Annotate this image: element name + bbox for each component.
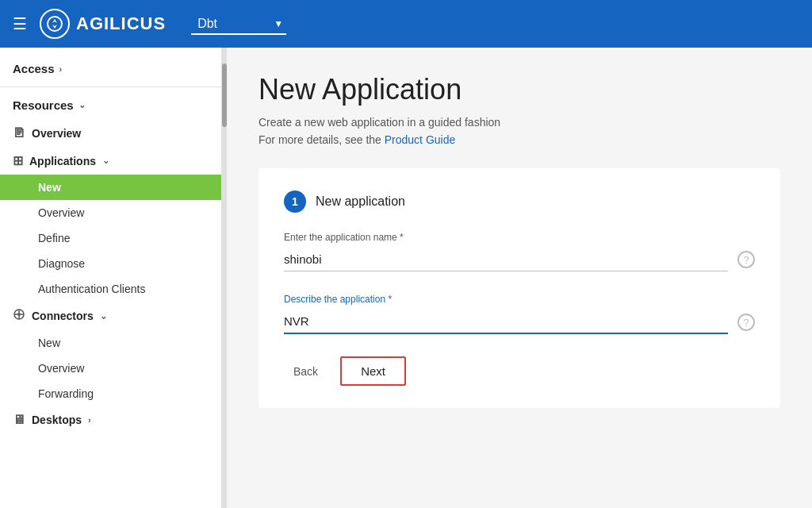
sidebar-item-overview[interactable]: 🖹 Overview (0, 120, 221, 147)
auth-clients-label: Authentication Clients (38, 283, 145, 295)
sidebar-item-new[interactable]: New (0, 175, 221, 200)
desktops-icon: 🖥 (13, 413, 25, 427)
app-desc-label: Describe the application * (284, 294, 728, 305)
logo-text: AGILICUS (76, 13, 166, 34)
step-header: 1 New application (284, 190, 755, 213)
desktops-label: Desktops (32, 414, 82, 426)
step-title: New application (316, 194, 405, 209)
app-name-input[interactable] (284, 248, 728, 271)
org-dropdown[interactable]: Dbt (191, 13, 286, 35)
sidebar-item-conn-forwarding[interactable]: Forwarding (0, 381, 221, 406)
resources-label: Resources (13, 98, 74, 112)
svg-point-0 (48, 17, 62, 31)
step-card: 1 New application Enter the application … (259, 168, 780, 408)
product-guide-link[interactable]: Product Guide (385, 133, 456, 146)
sidebar-item-connectors[interactable]: Connectors ⌄ (0, 302, 221, 330)
svg-point-2 (17, 313, 21, 316)
sidebar: Access › Resources ⌄ 🖹 Overview ⊞ Applic… (0, 48, 222, 508)
divider-1 (0, 87, 221, 87)
next-button[interactable]: Next (340, 356, 406, 386)
nav-diagnose-label: Diagnose (38, 257, 85, 270)
app-desc-help-icon[interactable]: ? (737, 314, 755, 331)
app-desc-input[interactable] (284, 310, 728, 334)
sidebar-resources-header[interactable]: Resources ⌄ (0, 90, 221, 120)
applications-icon: ⊞ (13, 153, 23, 168)
conn-new-label: New (38, 337, 60, 349)
nav-overview-label: Overview (38, 206, 84, 219)
sidebar-item-diagnose[interactable]: Diagnose (0, 251, 221, 276)
step-badge: 1 (284, 190, 306, 213)
access-chevron-icon: › (59, 64, 63, 74)
logo: AGILICUS (40, 9, 166, 39)
app-name-help-icon[interactable]: ? (737, 251, 755, 268)
scroll-thumb[interactable] (222, 64, 227, 127)
conn-overview-label: Overview (38, 362, 84, 375)
connectors-chevron-icon: ⌄ (100, 311, 107, 321)
sidebar-item-conn-overview[interactable]: Overview (0, 356, 221, 381)
sidebar-item-applications[interactable]: ⊞ Applications ⌄ (0, 147, 221, 175)
access-label: Access (13, 62, 55, 75)
sidebar-item-desktops[interactable]: 🖥 Desktops › (0, 406, 221, 433)
logo-icon (40, 9, 70, 39)
page-guide-line: For more details, see the Product Guide (259, 133, 780, 146)
scroll-indicator (222, 48, 227, 508)
sidebar-item-access[interactable]: Access › (0, 54, 221, 83)
sidebar-item-conn-new[interactable]: New (0, 330, 221, 356)
nav-new-label: New (38, 181, 61, 194)
overview-label: Overview (32, 127, 81, 140)
main-layout: Access › Resources ⌄ 🖹 Overview ⊞ Applic… (0, 48, 812, 508)
page-title: New Application (259, 73, 780, 106)
applications-chevron-icon: ⌄ (102, 156, 109, 166)
desktops-chevron-icon: › (88, 415, 91, 425)
header: ☰ AGILICUS Dbt ▼ (0, 0, 812, 48)
main-content: New Application Create a new web applica… (227, 48, 812, 508)
app-desc-field: Describe the application * ? (284, 294, 755, 334)
resources-chevron-icon: ⌄ (79, 100, 86, 110)
connectors-icon (13, 308, 25, 324)
sidebar-item-app-overview[interactable]: Overview (0, 200, 221, 225)
connectors-label: Connectors (32, 310, 94, 322)
page-subtitle: Create a new web application in a guided… (259, 116, 780, 129)
menu-icon[interactable]: ☰ (13, 14, 27, 33)
sidebar-item-auth-clients[interactable]: Authentication Clients (0, 276, 221, 302)
app-name-label: Enter the application name * (284, 232, 728, 243)
nav-define-label: Define (38, 232, 70, 244)
button-row: Back Next (284, 356, 755, 386)
app-name-field: Enter the application name * ? (284, 232, 755, 271)
conn-forwarding-label: Forwarding (38, 387, 94, 400)
overview-icon: 🖹 (13, 126, 25, 140)
applications-label: Applications (29, 155, 96, 167)
sidebar-item-define[interactable]: Define (0, 225, 221, 251)
org-selector[interactable]: Dbt ▼ (178, 13, 286, 35)
back-button[interactable]: Back (284, 360, 327, 383)
guide-prefix: For more details, see the (259, 133, 385, 146)
